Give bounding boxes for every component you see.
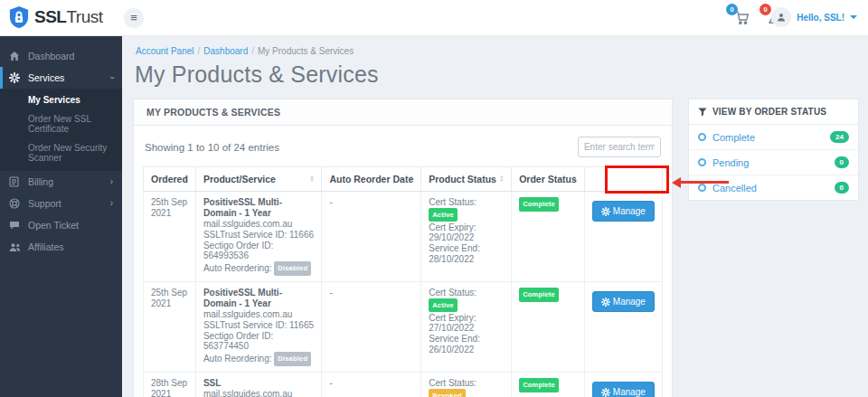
ssltrust-logo[interactable]: SSLTrust — [9, 5, 103, 29]
sidebar-item-label: Support — [28, 198, 61, 209]
sidebar-subitem-my-services[interactable]: My Services — [0, 90, 122, 109]
sidebar-item-label: Open Ticket — [28, 220, 79, 231]
main-content: Account Panel/Dashboard/My Products & Se… — [122, 36, 868, 397]
count-badge: 0 — [835, 156, 849, 168]
users-icon — [9, 241, 21, 253]
product-status-cell: Cert Status: Revoked — [421, 373, 512, 397]
chevron-right-icon: › — [110, 199, 113, 208]
cert-detail-line: Service End: 28/10/2022 — [429, 243, 504, 264]
services-submenu: My Services Order New SSL Certificate Or… — [0, 89, 122, 171]
product-name: PositiveSSL Multi-Domain - 1 Year — [203, 288, 315, 308]
logo-bold: SSL — [34, 7, 66, 26]
user-greeting: Hello, SSL! — [797, 13, 844, 23]
sidebar-item-label: Services — [28, 72, 64, 83]
top-navbar: SSLTrust ≡ 0 0 Hello, SSL! — [0, 0, 868, 36]
product-status-cell: Cert Status: Active Cert Expiry: 27/10/2… — [421, 282, 512, 373]
sidebar-item-open-ticket[interactable]: Open Ticket — [0, 214, 122, 236]
home-icon — [9, 51, 21, 62]
service-id: SSLTrust Service ID: 11666 — [203, 230, 315, 241]
chevron-right-icon: › — [110, 177, 113, 186]
actions-cell: Manage — [584, 282, 662, 373]
product-name: PositiveSSL Multi-Domain - 1 Year — [203, 197, 315, 218]
circle-icon — [698, 158, 706, 166]
page-title: My Products & Services — [135, 61, 859, 88]
manage-button[interactable]: Manage — [592, 291, 655, 312]
breadcrumb-account-panel[interactable]: Account Panel — [136, 46, 194, 56]
circle-icon — [698, 133, 706, 141]
cart-button[interactable]: 0 — [734, 10, 754, 28]
cert-detail-lines: Cert Expiry: 27/10/2022Service End: 26/1… — [429, 313, 504, 355]
sidebar-item-affiliates[interactable]: Affiliates — [0, 236, 122, 258]
filter-panel-title: VIEW BY ORDER STATUS — [712, 107, 826, 117]
sidebar-item-services[interactable]: Services › — [0, 67, 122, 89]
order-status-cell: Complete — [512, 282, 585, 373]
vendor-order-id: Sectigo Order ID: 563774450 — [203, 331, 315, 352]
alerts-count-badge: 0 — [760, 4, 771, 15]
chevron-down-icon: › — [107, 76, 116, 79]
auto-reorder-date-cell: - — [322, 282, 421, 373]
auto-reorder-badge: Disabled — [274, 261, 311, 276]
product-domain: mail.sslguides.com.au — [203, 219, 315, 230]
sidebar-item-billing[interactable]: Billing › — [0, 171, 122, 193]
order-status-badge: Complete — [519, 197, 559, 212]
shield-lock-icon — [9, 5, 29, 29]
column-header-auto-reorder[interactable]: ▲▼Auto Reorder Date — [322, 167, 421, 192]
count-badge: 0 — [835, 182, 849, 194]
order-status-cell: Complete — [512, 373, 585, 397]
manage-button[interactable]: Manage — [592, 382, 655, 397]
order-status-filter-panel: VIEW BY ORDER STATUS Complete 24 Pending… — [688, 99, 859, 201]
manage-button[interactable]: Manage — [592, 201, 655, 222]
table-row: 28th Sep 2021 SSL mail.sslguides.com.au … — [144, 373, 663, 397]
column-header-ordered[interactable]: ▲▼Ordered — [144, 167, 196, 192]
sidebar-subitem-order-ssl[interactable]: Order New SSL Certificate — [0, 109, 122, 138]
breadcrumb-current: My Products & Services — [258, 46, 354, 56]
product-domain: mail.sslguides.com.au — [203, 389, 315, 397]
user-menu[interactable]: Hello, SSL! — [771, 7, 857, 27]
breadcrumb-dashboard[interactable]: Dashboard — [203, 46, 248, 56]
cert-status-line: Cert Status: Revoked — [429, 378, 504, 397]
vendor-order-id: Sectigo Order ID: 564993536 — [203, 241, 315, 261]
sidebar-item-label: Billing — [28, 176, 53, 187]
search-input[interactable] — [578, 137, 661, 157]
panel-title: MY PRODUCTS & SERVICES — [134, 99, 672, 126]
logo-text: SSLTrust — [34, 7, 103, 27]
filter-item-pending[interactable]: Pending 0 — [689, 150, 858, 175]
sidebar-item-support[interactable]: Support › — [0, 193, 122, 214]
sidebar-item-label: Dashboard — [28, 51, 74, 61]
filter-item-complete[interactable]: Complete 24 — [689, 125, 858, 150]
breadcrumb: Account Panel/Dashboard/My Products & Se… — [136, 46, 859, 56]
billing-file-icon — [9, 176, 21, 188]
table-row: 25th Sep 2021 PositiveSSL Multi-Domain -… — [144, 192, 663, 282]
auto-reorder-badge: Disabled — [274, 352, 311, 366]
product-name: SSL — [203, 378, 315, 389]
circle-icon — [698, 184, 706, 192]
sort-icon: ▲▼ — [310, 175, 315, 182]
filter-item-cancelled[interactable]: Cancelled 0 — [689, 175, 858, 200]
cert-status-badge: Active — [429, 208, 458, 222]
cert-detail-line: Cert Expiry: 27/10/2022 — [429, 313, 504, 334]
breadcrumb-separator: / — [251, 46, 254, 56]
sidebar-item-dashboard[interactable]: Dashboard — [0, 45, 122, 67]
order-status-cell: Complete — [512, 192, 585, 282]
auto-reordering-line: Auto Reordering: Disabled — [203, 352, 315, 366]
ordered-cell: 25th Sep 2021 — [144, 282, 196, 373]
sidebar-toggle-button[interactable]: ≡ — [124, 8, 144, 28]
cert-status-badge: Revoked — [429, 389, 466, 397]
auto-reorder-date-cell: - — [322, 192, 421, 282]
chevron-down-icon — [850, 15, 857, 19]
table-row: 25th Sep 2021 PositiveSSL Multi-Domain -… — [144, 282, 663, 373]
filter-label: Pending — [712, 157, 749, 168]
cert-detail-line: Service End: 26/10/2022 — [429, 334, 504, 354]
cert-status-badge: Active — [429, 298, 458, 313]
column-header-product-status[interactable]: ▲▼Product Status — [421, 167, 512, 192]
product-cell: SSL mail.sslguides.com.au SSLTrust Servi… — [195, 373, 322, 397]
count-badge: 24 — [830, 131, 849, 143]
filter-label: Cancelled — [712, 183, 757, 194]
filter-icon — [698, 108, 707, 117]
product-status-cell: Cert Status: Active Cert Expiry: 29/10/2… — [421, 192, 512, 282]
column-header-order-status[interactable]: ▲▼Order Status — [512, 167, 585, 192]
column-header-product[interactable]: ▲▼Product/Service — [195, 167, 322, 192]
gear-icon — [601, 388, 610, 397]
sidebar-subitem-order-scanner[interactable]: Order New Security Scanner — [0, 138, 122, 167]
column-header-actions — [584, 167, 662, 192]
